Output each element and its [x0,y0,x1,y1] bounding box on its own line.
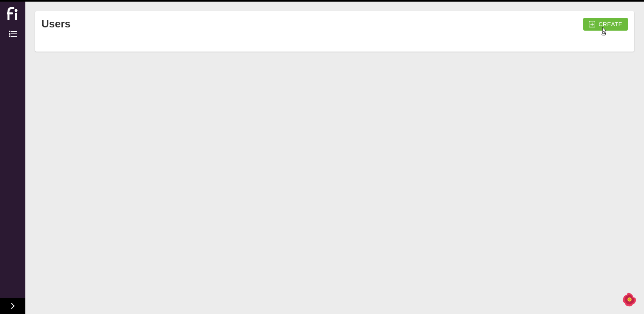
logo-icon [7,6,19,20]
react-query-devtools-badge[interactable] [621,291,638,308]
app-logo[interactable] [0,2,25,25]
sidebar-expand-button[interactable] [0,298,25,314]
create-button[interactable]: CREATE [583,18,628,31]
card-header: Users CREATE [41,18,628,31]
sidebar-item-list[interactable] [0,25,25,43]
app-container: Users CREATE [0,2,644,314]
page-title: Users [41,18,70,30]
svg-point-5 [9,33,10,35]
main-content: Users CREATE [25,2,644,314]
svg-point-1 [14,9,17,12]
list-icon [9,31,17,37]
svg-point-13 [628,298,631,301]
svg-point-7 [9,35,10,37]
svg-rect-4 [11,31,17,32]
flower-atom-icon [622,292,637,307]
svg-point-3 [9,31,10,32]
svg-rect-8 [11,36,17,37]
plus-box-icon [589,21,595,27]
chevron-right-icon [11,303,15,309]
users-card: Users CREATE [35,11,634,52]
sidebar [0,2,25,314]
create-button-label: CREATE [599,21,622,27]
svg-rect-6 [11,33,17,34]
